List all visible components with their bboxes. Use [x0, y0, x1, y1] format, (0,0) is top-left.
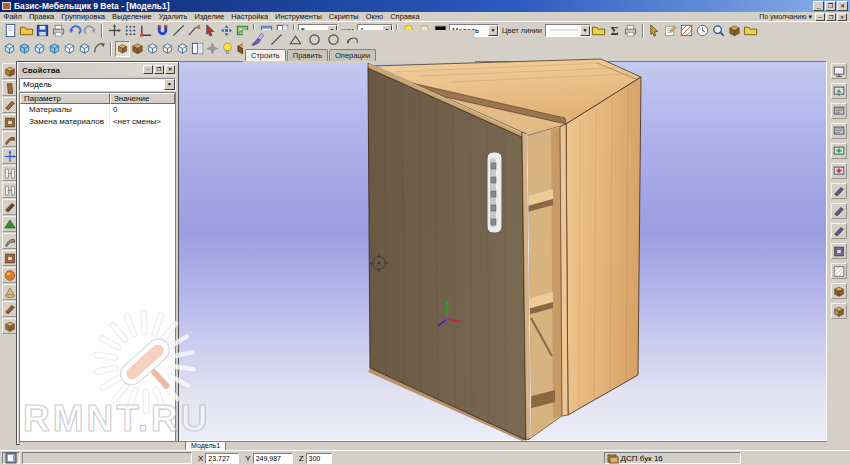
sum-icon[interactable]: Σ [607, 23, 623, 39]
panel-close-button[interactable]: ✕ [165, 65, 175, 74]
material-cell[interactable]: ДСП бук 16 [604, 452, 741, 464]
menu-item-0[interactable]: Файл [0, 12, 25, 21]
rotate-view-icon[interactable] [92, 41, 107, 57]
board-purple1-icon[interactable] [831, 183, 847, 199]
line-icon[interactable] [170, 23, 186, 39]
menu-item-9[interactable]: Окно [362, 12, 386, 21]
screen-md-icon[interactable] [831, 123, 847, 139]
line-color-label: Цвет линии [502, 26, 542, 35]
z-value[interactable]: 300 [306, 453, 332, 464]
note-icon[interactable] [663, 23, 679, 39]
angle-icon[interactable] [287, 32, 303, 48]
new-document-icon[interactable] [2, 23, 18, 39]
save-icon[interactable] [34, 23, 50, 39]
arc-icon[interactable] [344, 32, 360, 48]
menu-item-3[interactable]: Выделение [109, 12, 156, 21]
x-label: X [198, 454, 203, 463]
document-tab-bar: Модель1 [20, 441, 827, 450]
shade-wire-icon[interactable] [145, 41, 160, 57]
y-value[interactable]: 249,987 [253, 453, 293, 464]
sparkle-icon[interactable] [205, 41, 220, 57]
open-folder-icon[interactable] [18, 23, 34, 39]
cabinet-gray-icon[interactable] [831, 303, 847, 319]
magnet-icon[interactable] [154, 23, 170, 39]
shade-hidden-icon[interactable] [160, 41, 175, 57]
screen-minus-icon[interactable] [831, 163, 847, 179]
view-back-icon[interactable] [62, 41, 77, 57]
shade-flat-icon[interactable] [175, 41, 190, 57]
moon-icon[interactable] [743, 23, 759, 39]
menu-item-2[interactable]: Группировка [58, 12, 109, 21]
menu-item-4[interactable]: Удалить [155, 12, 191, 21]
mdi-restore-button[interactable]: ❐ [826, 13, 836, 21]
print-icon[interactable] [50, 23, 66, 39]
shade-gouraud-icon[interactable] [190, 41, 205, 57]
window-title: Базис-Мебельщик 9 Beta - [Модель1] [14, 0, 170, 12]
select-tool-icon[interactable] [647, 23, 663, 39]
tab-Править[interactable]: Править [287, 49, 328, 61]
view-iso-icon[interactable] [2, 41, 17, 57]
menu-item-1[interactable]: Правка [25, 12, 57, 21]
lamp-icon[interactable] [220, 41, 235, 57]
screen-plus-icon[interactable] [831, 143, 847, 159]
scheme-selector[interactable]: По умолчанию ▾ [759, 13, 812, 21]
brush-icon[interactable] [249, 32, 265, 48]
board-purple3-icon[interactable] [831, 223, 847, 239]
column-header-param: Параметр [20, 93, 110, 104]
view-side-icon[interactable] [32, 41, 47, 57]
view-front-icon[interactable] [17, 41, 32, 57]
status-bar: X 23,727 Y 249,987 Z 300 ДСП бук 16 [0, 450, 850, 465]
axes-icon[interactable] [106, 23, 122, 39]
toolbar-separator [642, 24, 644, 38]
search-icon[interactable] [711, 23, 727, 39]
segment-icon[interactable] [268, 32, 284, 48]
menu-item-10[interactable]: Справка [387, 12, 423, 21]
circle-icon[interactable] [306, 32, 322, 48]
panel-restore-button[interactable]: ❐ [154, 65, 164, 74]
menu-item-7[interactable]: Инструменты [272, 12, 326, 21]
clock-icon[interactable] [695, 23, 711, 39]
restore-button[interactable]: ❐ [825, 1, 836, 11]
select-cursor-icon[interactable] [202, 23, 218, 39]
material-icon[interactable] [591, 23, 607, 39]
screen-list-icon[interactable] [831, 103, 847, 119]
minimize-button[interactable]: _ [813, 1, 824, 11]
table-row[interactable]: Замена материалов <нет смены> [20, 116, 175, 128]
menu-item-8[interactable]: Скрипты [325, 12, 362, 21]
tab-Операции[interactable]: Операции [329, 49, 376, 61]
tab-Строить[interactable]: Строить [245, 49, 286, 61]
view-top-icon[interactable] [47, 41, 62, 57]
shade-solid-icon[interactable] [115, 41, 130, 57]
redo-icon[interactable] [82, 23, 98, 39]
undo-icon[interactable] [66, 23, 82, 39]
circle2-icon[interactable] [325, 32, 341, 48]
table-row[interactable]: Материалы 0 [20, 104, 175, 116]
view-custom-icon[interactable] [77, 41, 92, 57]
cabinet-brown-icon[interactable] [831, 283, 847, 299]
polyline-icon[interactable] [186, 23, 202, 39]
screen-white-icon[interactable] [831, 63, 847, 79]
board-framed-icon[interactable] [831, 243, 847, 259]
board-purple2-icon[interactable] [831, 203, 847, 219]
screen-green-icon[interactable] [831, 83, 847, 99]
close-button[interactable]: ✕ [837, 1, 848, 11]
mdi-close-button[interactable]: ✕ [837, 13, 847, 21]
properties-combo[interactable]: Модель▼ [19, 78, 176, 91]
pan-view-icon[interactable] [218, 23, 234, 39]
mdi-minimize-button[interactable]: ─ [815, 13, 825, 21]
panel-minimize-button[interactable]: ─ [143, 65, 153, 74]
shade-texture-icon[interactable] [130, 41, 145, 57]
line-style-combo[interactable]: ▼ [545, 24, 591, 37]
menu-item-6[interactable]: Настройка [228, 12, 272, 21]
grid-gray-icon[interactable] [831, 263, 847, 279]
status-icon-cell [2, 452, 20, 464]
menu-item-5[interactable]: Изделие [191, 12, 228, 21]
grid-icon[interactable] [122, 23, 138, 39]
properties-title: Свойства [22, 66, 60, 75]
right-toolbar [827, 61, 850, 441]
x-value[interactable]: 23,727 [205, 453, 239, 464]
hatch-icon[interactable] [679, 23, 695, 39]
snap-corner-icon[interactable] [138, 23, 154, 39]
box-icon[interactable] [727, 23, 743, 39]
print2-icon[interactable] [623, 23, 639, 39]
